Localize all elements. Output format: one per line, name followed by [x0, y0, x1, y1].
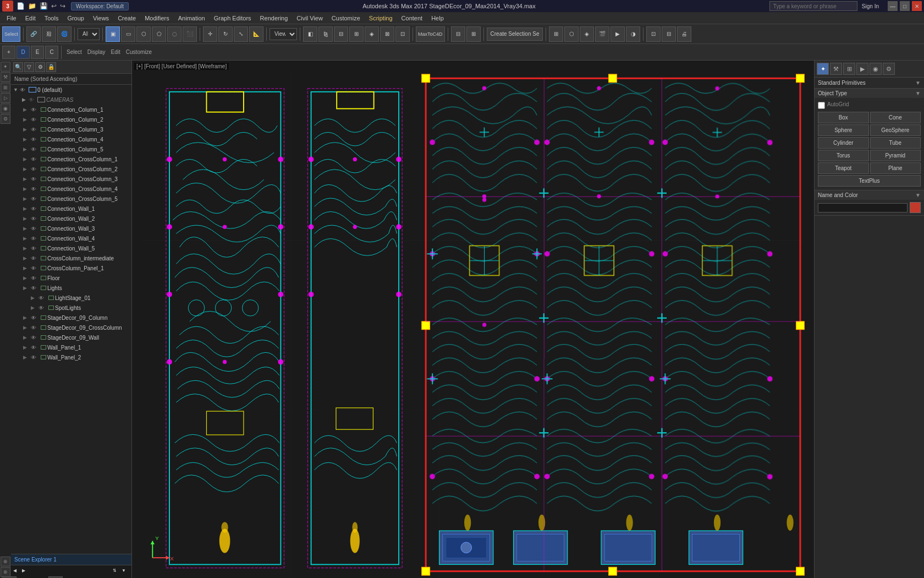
schematic-view-btn[interactable]: ⬡ [564, 26, 579, 42]
select-region-lasso-btn[interactable]: ◌ [167, 26, 182, 42]
maximize-btn[interactable]: □ [900, 1, 910, 11]
primitives-dropdown[interactable]: Standard Primitives ▼ [815, 78, 924, 89]
plane-btn[interactable]: Plane [870, 162, 921, 174]
scene-lock-btn[interactable]: 🔒 [46, 62, 56, 72]
viewport-icon1[interactable]: ⊕ [1, 557, 10, 566]
scene-filter2-btn[interactable]: ▼ [122, 568, 129, 576]
tree-item[interactable]: ▶ 👁 Wall_Panel_1 [11, 342, 131, 352]
align-to-view-btn[interactable]: ⊡ [395, 26, 410, 42]
new-btn[interactable]: 📄 [15, 2, 26, 10]
placement-btn[interactable]: 📐 [249, 26, 263, 42]
teapot-btn[interactable]: Teapot [818, 162, 869, 174]
render-region-btn[interactable]: ⊟ [662, 26, 676, 42]
menu-file[interactable]: File [2, 14, 21, 23]
display-icon[interactable]: ◉ [1, 103, 10, 113]
tree-item[interactable]: ▶ 👁 Connection_Column_4 [11, 134, 131, 144]
render-frame-btn[interactable]: ▶ [610, 26, 625, 42]
menu-tools[interactable]: Tools [40, 14, 63, 23]
tree-item[interactable]: ▶ 👁 Connection_Column_2 [11, 114, 131, 124]
torus-btn[interactable]: Torus [818, 150, 869, 161]
select-region-fence-btn[interactable]: ⬠ [152, 26, 166, 42]
menu-group[interactable]: Group [63, 14, 89, 23]
create-selection-set-btn[interactable]: Create Selection Se [487, 28, 543, 41]
utilities-icon[interactable]: ⚙ [883, 63, 895, 75]
menu-animation[interactable]: Animation [174, 14, 210, 23]
menu-help[interactable]: Help [427, 14, 448, 23]
pyramid-btn[interactable]: Pyramid [870, 150, 921, 161]
edit-tab-btn[interactable]: E [31, 46, 44, 59]
align-view-btn[interactable]: ⊟ [334, 26, 348, 42]
menu-scripting[interactable]: Scripting [365, 14, 397, 23]
viewport-icon2[interactable]: ⊗ [1, 567, 10, 577]
hierarchy-icon[interactable]: ⊞ [843, 63, 855, 75]
utilities-icon[interactable]: ⚙ [1, 114, 10, 124]
tree-item[interactable]: ▶ 👁 Connection_CrossColumn_3 [11, 174, 131, 184]
tree-item[interactable]: ▶ 👁 StageDecor_09_Column [11, 313, 131, 323]
toggle-toolbar2-btn[interactable]: ⊞ [466, 26, 481, 42]
tree-item[interactable]: ▶ 👁 Wall_Panel_2 [11, 352, 131, 362]
filter-select[interactable]: All [78, 28, 100, 40]
tree-item[interactable]: ▶ 👁 Connection_Column_3 [11, 124, 131, 134]
select-region-circle-btn[interactable]: ⬡ [136, 26, 151, 42]
textplus-btn[interactable]: TextPlus [818, 175, 921, 187]
scene-search-btn[interactable]: 🔍 [13, 62, 23, 72]
link-btn[interactable]: 🔗 [26, 26, 41, 42]
display-tab-btn[interactable]: D [16, 46, 30, 59]
bind-space-warp-btn[interactable]: 🌀 [57, 26, 72, 42]
search-input[interactable] [769, 1, 857, 11]
tree-item[interactable]: ▶ 👁 LightStage_01 [11, 293, 131, 303]
menu-edit[interactable]: Edit [21, 14, 40, 23]
tree-item[interactable]: ▶ 👁 Connection_Wall_4 [11, 233, 131, 243]
tree-item[interactable]: ▶ 👁 Lights [11, 283, 131, 293]
scene-nav-right[interactable]: ▶ [22, 568, 30, 576]
tree-item[interactable]: ▶ 👁 Connection_Wall_1 [11, 204, 131, 214]
modify-icon[interactable]: ⚒ [830, 63, 842, 75]
align-btn[interactable]: ⧎ [318, 26, 333, 42]
scene-filter-btn[interactable]: ▽ [24, 62, 34, 72]
tree-cameras[interactable]: ▶ 👁 CAMERAS [11, 95, 131, 105]
minimize-btn[interactable]: — [888, 1, 898, 11]
tree-item[interactable]: ▶ 👁 Connection_Wall_3 [11, 223, 131, 233]
tree-item[interactable]: ▶ 👁 SpotLights [11, 303, 131, 313]
scene-explorer-btn[interactable]: + [2, 46, 15, 59]
tree-item[interactable]: ▶ 👁 Connection_Column_1 [11, 105, 131, 114]
open-btn[interactable]: 📁 [27, 2, 37, 10]
cone-btn[interactable]: Cone [870, 112, 921, 123]
maxtoc4d-btn[interactable]: MaxToC4D [416, 26, 445, 42]
tree-item[interactable]: ▶ 👁 Floor [11, 273, 131, 283]
scene-sort-btn[interactable]: ⇅ [113, 568, 120, 576]
window-crossing-btn[interactable]: ⬛ [183, 26, 197, 42]
color-swatch[interactable] [910, 202, 921, 213]
toggle-ribbon-btn[interactable]: ⊟ [451, 26, 465, 42]
menu-rendering[interactable]: Rendering [256, 14, 293, 23]
box-btn[interactable]: Box [818, 112, 869, 123]
undo-btn[interactable]: ↩ [50, 2, 58, 10]
place-highlight-btn[interactable]: ◈ [365, 26, 379, 42]
menu-graph-editors[interactable]: Graph Editors [210, 14, 256, 23]
scale-btn[interactable]: ⤡ [234, 26, 248, 42]
align-normal-btn[interactable]: ⊞ [349, 26, 364, 42]
object-type-header[interactable]: Object Type ▼ [815, 89, 924, 98]
save-btn[interactable]: 💾 [38, 2, 49, 10]
tree-item[interactable]: ▶ 👁 Connection_Wall_2 [11, 214, 131, 223]
tree-item[interactable]: ▶ 👁 Connection_Column_5 [11, 144, 131, 154]
tree-item[interactable]: ▶ 👁 CrossColumn_Panel_1 [11, 263, 131, 273]
menu-create[interactable]: Create [113, 14, 140, 23]
scene-settings-btn[interactable]: ⚙ [35, 62, 45, 72]
tree-item[interactable]: ▶ 👁 StageDecor_09_CrossColumn [11, 323, 131, 332]
object-name-input[interactable] [818, 203, 908, 212]
customize-tab-btn[interactable]: C [45, 46, 58, 59]
menu-modifiers[interactable]: Modifiers [140, 14, 174, 23]
sphere-btn[interactable]: Sphere [818, 124, 869, 136]
menu-content[interactable]: Content [397, 14, 427, 23]
rotate-btn[interactable]: ↻ [218, 26, 233, 42]
motion-icon[interactable]: ▷ [1, 93, 10, 103]
tree-item[interactable]: ▶ 👁 Connection_CrossColumn_1 [11, 154, 131, 164]
menu-civil-view[interactable]: Civil View [292, 14, 327, 23]
tree-item[interactable]: ▶ 👁 StageDecor_09_Wall [11, 332, 131, 342]
unlink-btn[interactable]: ⛓ [42, 26, 56, 42]
select-tool-btn[interactable]: Select [2, 26, 20, 42]
menu-customize[interactable]: Customize [327, 14, 365, 23]
modify-icon[interactable]: ⚒ [1, 72, 10, 82]
geosphere-btn[interactable]: GeoSphere [870, 124, 921, 136]
